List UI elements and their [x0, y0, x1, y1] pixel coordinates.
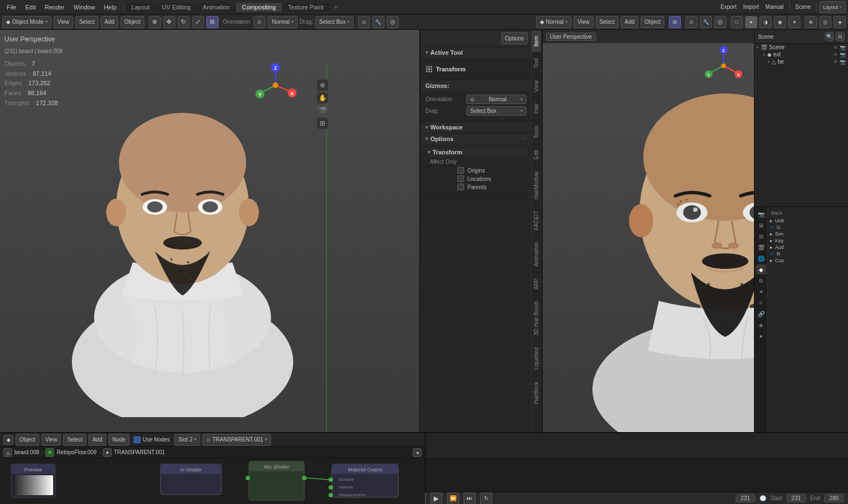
axis-gizmo-right[interactable]: Z X Y — [704, 46, 743, 86]
drag-prop-val[interactable]: Select Box ▾ — [466, 106, 527, 116]
props-material-btn[interactable]: ● — [756, 331, 766, 341]
mode-selector-right[interactable]: ◆ Normal ▾ — [536, 16, 571, 28]
node-collapse-btn[interactable]: ◂ — [413, 448, 422, 457]
menu-render[interactable]: Render — [40, 3, 69, 12]
scene-item-scene[interactable]: ▸ 🎬 Scene 👁 📷 — [755, 44, 848, 51]
transform-sub-header[interactable]: ▾ Transform — [425, 148, 527, 157]
props-view-btn[interactable]: ⊞ — [756, 231, 766, 241]
node-select-btn[interactable]: Select — [63, 434, 86, 446]
origins-checkbox[interactable] — [457, 167, 464, 174]
props-scene-btn[interactable]: 🎬 — [756, 242, 766, 252]
proportional-btn[interactable]: ◎ — [387, 16, 399, 28]
tab-texture-paint[interactable]: Texture Paint — [283, 3, 329, 12]
object-btn[interactable]: Object — [121, 16, 144, 28]
add-workspace-icon[interactable]: + — [334, 3, 338, 12]
props-object-btn[interactable]: ◆ — [756, 264, 766, 274]
pivot-btn-right[interactable]: ⊙ — [685, 16, 698, 28]
object-btn-right[interactable]: Object — [641, 16, 664, 28]
mid-tab-arp[interactable]: ARP — [532, 272, 541, 295]
props-world-btn[interactable]: 🌐 — [756, 253, 766, 263]
pivot-btn[interactable]: ⊙ — [358, 16, 370, 28]
scale-tool-btn[interactable]: ⤢ — [192, 16, 204, 28]
mid-tab-tools[interactable]: Tools — [532, 119, 541, 144]
add-btn-right[interactable]: Add — [621, 16, 638, 28]
start-frame[interactable]: 231 — [787, 494, 806, 502]
node-editor-type-btn[interactable]: ◆ — [3, 435, 13, 445]
manual-btn[interactable]: Manual — [762, 1, 787, 13]
orientation-dropdown[interactable]: Normal ▾ — [268, 16, 297, 28]
end-frame[interactable]: 280 — [824, 494, 844, 502]
workspace-header[interactable]: ▾ Workspace — [421, 122, 531, 133]
locations-checkbox[interactable] — [457, 175, 464, 182]
viewport-right[interactable]: User Perspective — [542, 30, 754, 432]
camera-btn[interactable]: 🎬 — [317, 105, 328, 116]
mid-tab-faceit[interactable]: FACEIT — [532, 205, 541, 236]
material-preview-btn[interactable]: ◑ — [759, 16, 772, 28]
tab-compositing[interactable]: Compositing — [236, 3, 281, 12]
add-btn[interactable]: Add — [101, 16, 118, 28]
parents-checkbox[interactable] — [457, 184, 464, 190]
props-particle-btn[interactable]: ✦ — [756, 287, 766, 297]
menu-edit[interactable]: Edit — [21, 3, 40, 12]
props-unit-row[interactable]: ▸ Unit — [770, 218, 846, 224]
node-add-btn[interactable]: Add — [89, 434, 106, 446]
grid-btn[interactable]: ⊞ — [317, 118, 328, 129]
slot-selector[interactable]: Slot 2 ▾ — [174, 434, 200, 446]
orientation-prop-val[interactable]: ⊙ Normal ▾ — [466, 95, 527, 104]
mid-tab-liquefied[interactable]: Liquefied — [532, 341, 541, 376]
import-btn[interactable]: Import — [740, 1, 762, 13]
overlay-btn[interactable]: ◎ — [819, 16, 831, 28]
proportional-btn-right[interactable]: ◎ — [714, 16, 726, 28]
layout-indicator[interactable]: Layout ▾ — [819, 1, 846, 13]
props-key-row[interactable]: ▸ Key — [770, 238, 846, 243]
options-panel-header[interactable]: ▾ Options ··· — [421, 133, 531, 144]
mid-tab-hairmodule[interactable]: HairModule — [532, 165, 541, 205]
mid-tab-hairbrick[interactable]: HairBrick — [532, 376, 541, 410]
props-rb-row[interactable]: ✓ R — [770, 251, 846, 257]
material-selector[interactable]: ⊙ TRANSPARENT.001 ▾ — [202, 434, 271, 446]
cursor-btn[interactable]: ⊕ — [317, 80, 328, 91]
transform-tool-btn[interactable]: ⊞ — [206, 16, 218, 28]
rotate-tool-btn[interactable]: ↻ — [178, 16, 190, 28]
scene-item-ext[interactable]: ▸ ◆ ext 👁 📷 — [755, 51, 848, 58]
rendered-btn[interactable]: ◉ — [774, 16, 786, 28]
cursor-tool-btn[interactable]: ⊕ — [149, 16, 161, 28]
select-btn[interactable]: Select — [75, 16, 98, 28]
current-frame[interactable]: 231 — [736, 494, 755, 502]
hand-btn[interactable]: ✋ — [317, 92, 328, 103]
play-btn[interactable]: ▶ — [430, 492, 443, 505]
xray-btn[interactable]: ◈ — [834, 16, 846, 28]
scene-btn[interactable]: Scene — [792, 1, 814, 13]
wireframe-btn[interactable]: □ — [731, 16, 743, 28]
node-object-btn[interactable]: Object — [15, 434, 39, 446]
orientation-icon[interactable]: ⊙ — [253, 16, 266, 28]
outliner-filter-btn[interactable]: ⊟ — [836, 32, 845, 41]
props-render-btn[interactable]: 📷 — [756, 209, 766, 219]
view-btn[interactable]: View — [54, 16, 74, 28]
export-btn[interactable]: Export — [717, 1, 740, 13]
mid-tab-edit[interactable]: Edit — [532, 144, 541, 165]
node-node-btn[interactable]: Node — [108, 434, 129, 446]
view-btn-right[interactable]: View — [574, 16, 594, 28]
viewport-left[interactable]: User Perspective (231) beard | beard.008… — [0, 30, 420, 432]
props-output-btn[interactable]: 🖥 — [756, 220, 766, 230]
step-fwd-btn[interactable]: ⏩ — [447, 492, 459, 505]
props-modifier-btn[interactable]: ⚙ — [756, 276, 766, 285]
props-custom-row[interactable]: ▸ Cus — [770, 258, 846, 263]
node-view-btn[interactable]: View — [41, 434, 61, 446]
solid-btn[interactable]: ● — [745, 16, 757, 28]
node-graph-area[interactable]: Material Output Surface Volume Displacem… — [0, 459, 425, 504]
skip-end-btn[interactable]: ⏭ — [464, 492, 476, 505]
mid-tab-3dhairbrush[interactable]: 3D Hair Brush — [532, 295, 541, 341]
tab-layout[interactable]: Layout — [126, 3, 155, 12]
mid-tab-item[interactable]: Item — [532, 30, 541, 52]
tab-uv-editing[interactable]: UV Editing — [157, 3, 196, 12]
drag-dropdown[interactable]: Select Box ▾ — [315, 16, 353, 28]
menu-file[interactable]: File — [2, 3, 21, 12]
props-gravity-row[interactable]: ✓ G — [770, 225, 846, 230]
move-tool-btn[interactable]: ✥ — [163, 16, 175, 28]
mid-tab-tool[interactable]: Tool — [532, 52, 541, 74]
menu-help[interactable]: Help — [100, 3, 121, 12]
gizmo-toggle-btn[interactable]: ⊕ — [805, 16, 817, 28]
scene-item-be[interactable]: ▸ △ be 👁 📷 — [755, 58, 848, 65]
